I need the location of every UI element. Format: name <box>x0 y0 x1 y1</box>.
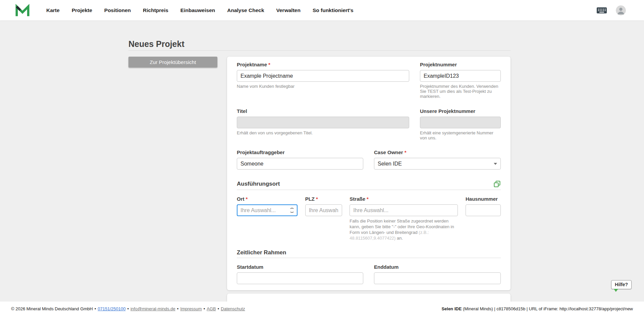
startdatum-input[interactable] <box>237 272 363 284</box>
field-startdatum: Startdatum <box>237 264 363 284</box>
field-projektnummer: Projektnummer Projektnummer des Kunden. … <box>420 62 501 99</box>
field-projektauftraggeber: Projektauftraggeber <box>237 149 363 170</box>
field-enddatum: Enddatum <box>374 264 501 284</box>
footer-agb-link[interactable]: AGB <box>207 306 216 311</box>
footer-impressum-link[interactable]: Impressum <box>180 306 202 311</box>
strasse-label-text: Straße <box>350 196 365 202</box>
zeitlicher-rahmen-divider <box>237 258 501 258</box>
projektname-input[interactable] <box>237 70 409 82</box>
person-icon <box>616 5 626 15</box>
top-navbar: Karte Projekte Positionen Richtpreis Ein… <box>0 0 644 20</box>
nav-item-karte[interactable]: Karte <box>46 7 60 13</box>
nav-item-projekte[interactable]: Projekte <box>72 7 92 13</box>
titel-hint: Erhält den von uns vorgegebenen Titel. <box>237 130 409 135</box>
next-form-card-partial <box>227 294 511 302</box>
help-button-label: Hilfe? <box>615 282 628 287</box>
help-button[interactable]: Hilfe? <box>611 280 632 289</box>
case-owner-label-text: Case Owner <box>374 149 403 155</box>
required-mark: * <box>405 149 407 155</box>
footer-left: © 2026 Mineral Minds Deutschland GmbH • … <box>11 306 245 311</box>
copyright-text: © 2026 Mineral Minds Deutschland GmbH <box>11 306 93 311</box>
ausfuehrungsort-title: Ausführungsort <box>237 181 280 187</box>
footer-separator: • <box>218 306 219 311</box>
field-titel: Titel Erhält den von uns vorgegebenen Ti… <box>237 108 409 140</box>
footer-phone-link[interactable]: 07151/250100 <box>98 306 125 311</box>
unsere-projektnummer-label: Unsere Projektnummer <box>420 108 501 114</box>
nav-item-positionen[interactable]: Positionen <box>104 7 131 13</box>
footer-user-name: Selen IDE <box>441 306 462 311</box>
new-project-form-card: Projektname* Name vom Kunden festlegbar … <box>227 57 511 290</box>
required-mark: * <box>316 196 318 202</box>
section-ausfuehrungsort: Ausführungsort <box>237 180 501 188</box>
plz-label: PLZ* <box>305 196 342 202</box>
nav-item-so-funktionierts[interactable]: So funktioniert's <box>313 7 354 13</box>
loading-spinner <box>289 208 294 213</box>
footer-separator: • <box>204 306 205 311</box>
mineral-minds-logo[interactable] <box>15 4 30 17</box>
case-owner-label: Case Owner* <box>374 149 501 155</box>
page-title: Neues Projekt <box>128 39 511 49</box>
nav-item-richtpreis[interactable]: Richtpreis <box>143 7 168 13</box>
ort-input[interactable] <box>237 204 298 216</box>
user-avatar[interactable] <box>616 5 626 15</box>
field-projektname: Projektname* Name vom Kunden festlegbar <box>237 62 409 99</box>
section-zeitlicher-rahmen: Zeitlicher Rahmen <box>237 250 501 256</box>
keyboard-icon[interactable] <box>596 6 607 14</box>
field-plz: PLZ* <box>305 196 342 241</box>
page-header: Neues Projekt <box>128 39 511 51</box>
title-divider <box>128 50 511 51</box>
startdatum-label: Startdatum <box>237 264 363 270</box>
plz-input[interactable] <box>305 204 342 216</box>
zeitlicher-rahmen-title: Zeitlicher Rahmen <box>237 250 286 256</box>
nav-item-analyse-check[interactable]: Analyse Check <box>227 7 264 13</box>
back-to-project-overview-button[interactable]: Zur Projektübersicht <box>128 57 217 67</box>
field-hausnummer: Hausnummer <box>466 196 501 241</box>
field-unsere-projektnummer: Unsere Projektnummer Erhält eine systemg… <box>420 108 501 140</box>
strasse-hint-suffix: an. <box>397 236 403 241</box>
ort-label-text: Ort <box>237 196 245 202</box>
page-footer: © 2026 Mineral Minds Deutschland GmbH • … <box>0 302 644 316</box>
enddatum-input[interactable] <box>374 272 501 284</box>
logo-icon <box>15 4 30 17</box>
projektauftraggeber-input[interactable] <box>237 158 363 170</box>
case-owner-select[interactable]: Selen IDE <box>374 158 501 170</box>
strasse-input[interactable] <box>350 204 458 216</box>
ausfuehrungsort-divider <box>237 190 501 190</box>
titel-label: Titel <box>237 108 409 114</box>
required-mark: * <box>367 196 369 202</box>
hausnummer-input[interactable] <box>466 204 501 216</box>
strasse-hint: Falls die Position keiner Straße zugeord… <box>350 218 458 241</box>
footer-separator: • <box>127 306 129 311</box>
copy-icon[interactable] <box>493 180 501 188</box>
main-nav: Karte Projekte Positionen Richtpreis Ein… <box>46 7 354 13</box>
nav-item-verwalten[interactable]: Verwalten <box>276 7 301 13</box>
projektname-label-text: Projektname <box>237 62 267 67</box>
field-strasse: Straße* Falls die Position keiner Straße… <box>350 196 458 241</box>
required-mark: * <box>268 62 270 67</box>
required-mark: * <box>246 196 248 202</box>
strasse-label: Straße* <box>350 196 458 202</box>
footer-separator: • <box>177 306 179 311</box>
projektnummer-label: Projektnummer <box>420 62 501 68</box>
field-case-owner: Case Owner* Selen IDE <box>374 149 501 170</box>
footer-email-link[interactable]: info@mineral-minds.de <box>130 306 175 311</box>
nav-item-einbauweisen[interactable]: Einbauweisen <box>180 7 215 13</box>
row-auftraggeber: Projektauftraggeber Case Owner* Selen ID… <box>237 149 501 170</box>
footer-separator: • <box>95 306 96 311</box>
row-datum: Startdatum Enddatum <box>237 264 501 284</box>
unsere-projektnummer-input <box>420 117 501 128</box>
row-projektname: Projektname* Name vom Kunden festlegbar … <box>237 62 501 99</box>
projektname-label: Projektname* <box>237 62 409 68</box>
hausnummer-label: Hausnummer <box>466 196 501 202</box>
caret-down-icon <box>494 163 497 165</box>
field-ort: Ort* <box>237 196 298 241</box>
ort-input-wrap <box>237 204 298 216</box>
footer-datenschutz-link[interactable]: Datenschutz <box>221 306 245 311</box>
footer-session-info: Selen IDE (Mineral Minds) | c8178506d15b… <box>441 306 633 311</box>
unsere-projektnummer-hint: Erhält eine systemgenerierte Nummer von … <box>420 130 501 140</box>
projektnummer-input[interactable] <box>420 70 501 82</box>
titel-input <box>237 117 409 128</box>
main-content: Neues Projekt Zur Projektübersicht Proje… <box>0 20 644 302</box>
ort-label: Ort* <box>237 196 298 202</box>
strasse-hint-text: Falls die Position keiner Straße zugeord… <box>350 218 454 235</box>
